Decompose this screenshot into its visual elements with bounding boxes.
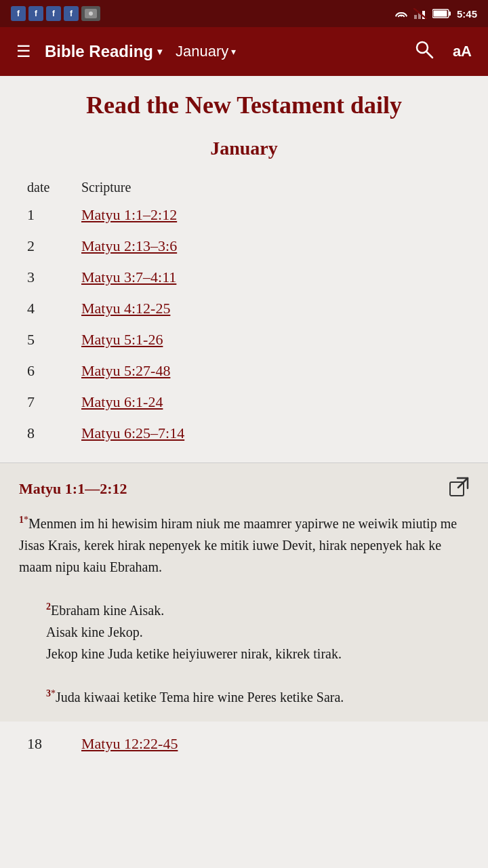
scripture-link[interactable]: Matyu 3:7–4:11 xyxy=(81,269,176,286)
svg-rect-8 xyxy=(433,11,447,17)
verse-2-line1: 2Ebraham kine Aisak. xyxy=(46,599,469,621)
title-dropdown-arrow: ▾ xyxy=(157,46,162,57)
scripture-link[interactable]: Matyu 6:1-24 xyxy=(81,393,163,411)
popup-header: Matyu 1:1—2:12 xyxy=(19,477,469,502)
scripture-link[interactable]: Matyu 5:1-26 xyxy=(81,331,163,349)
fb-icon-1: f xyxy=(11,6,26,21)
verse-3-line1: 3*Juda kiwaai ketike Tema hire wine Pere… xyxy=(46,686,469,708)
table-header: date Scripture xyxy=(27,176,461,199)
fb-icon-4: f xyxy=(64,6,79,21)
external-link-button[interactable] xyxy=(449,477,469,502)
fb-icon-2: f xyxy=(28,6,43,21)
hamburger-button[interactable]: ☰ xyxy=(11,37,37,66)
signal-icon xyxy=(413,8,427,19)
status-time: 5:45 xyxy=(457,8,477,20)
photo-icon xyxy=(81,6,100,21)
last-reading-row: 18 Matyu 12:22-45 xyxy=(0,722,488,766)
notification-icons: f f f f xyxy=(11,6,100,21)
fb-icon-3: f xyxy=(46,6,61,21)
column-date: date xyxy=(27,180,81,195)
day-number: 3 xyxy=(27,269,81,286)
reading-row: 4 Matyu 4:12-25 xyxy=(27,293,461,324)
column-scripture: Scripture xyxy=(81,180,131,195)
navbar: ☰ Bible Reading ▾ January ▾ aA xyxy=(0,27,488,76)
day-number: 4 xyxy=(27,300,81,317)
verse-2-line3: Jekop kine Juda ketike heiyiuwerer nirak… xyxy=(46,643,469,665)
verse-1-text: Menmen im hi hewisim hiram niuk me maamr… xyxy=(19,516,457,574)
external-link-icon xyxy=(449,477,469,497)
day-number: 2 xyxy=(27,237,81,255)
reading-row: 7 Matyu 6:1-24 xyxy=(27,387,461,418)
reading-row: 8 Matyu 6:25–7:14 xyxy=(27,418,461,449)
search-button[interactable] xyxy=(409,35,439,68)
popup-verse-text: 1*Menmen im hi hewisim hiram niuk me maa… xyxy=(19,513,469,708)
scripture-link[interactable]: Matyu 4:12-25 xyxy=(81,300,170,317)
status-bar: f f f f 5:45 xyxy=(0,0,488,27)
reading-row: 18 Matyu 12:22-45 xyxy=(27,728,461,760)
svg-rect-7 xyxy=(449,12,451,16)
reading-row: 2 Matyu 2:13–3:6 xyxy=(27,231,461,262)
scripture-link[interactable]: Matyu 12:22-45 xyxy=(81,735,178,753)
wifi-icon xyxy=(394,8,408,19)
day-number: 1 xyxy=(27,206,81,224)
scripture-link[interactable]: Matyu 6:25–7:14 xyxy=(81,425,184,442)
day-number: 5 xyxy=(27,331,81,349)
bible-reading-dropdown[interactable]: Bible Reading ▾ xyxy=(45,42,162,61)
reading-row: 5 Matyu 5:1-26 xyxy=(27,324,461,355)
svg-line-10 xyxy=(426,52,432,58)
font-size-button[interactable]: aA xyxy=(447,37,477,66)
navbar-title: Bible Reading xyxy=(45,42,153,61)
verse-2-line2: Aisak kine Jekop. xyxy=(46,621,469,643)
popup-title: Matyu 1:1—2:12 xyxy=(19,480,127,498)
month-heading: January xyxy=(27,138,461,159)
scripture-link[interactable]: Matyu 1:1–2:12 xyxy=(81,206,177,224)
day-number: 8 xyxy=(27,425,81,442)
status-system-icons: 5:45 xyxy=(394,8,477,20)
verse-1-num: 1* xyxy=(19,516,28,531)
reading-row: 6 Matyu 5:27-48 xyxy=(27,355,461,387)
scripture-link[interactable]: Matyu 5:27-48 xyxy=(81,362,170,380)
svg-rect-2 xyxy=(414,15,417,19)
navbar-month: January xyxy=(176,43,228,60)
verse-popup: Matyu 1:1—2:12 1*Menmen im hi hewisim hi… xyxy=(0,462,488,722)
battery-icon xyxy=(432,9,451,18)
search-icon xyxy=(415,40,434,59)
scripture-link[interactable]: Matyu 2:13–3:6 xyxy=(81,237,177,255)
main-content: Read the New Testament daily January dat… xyxy=(0,76,488,462)
reading-row: 3 Matyu 3:7–4:11 xyxy=(27,262,461,293)
month-dropdown[interactable]: January ▾ xyxy=(176,43,236,60)
day-number: 18 xyxy=(27,735,81,753)
page-title: Read the New Testament daily xyxy=(27,90,461,121)
month-dropdown-arrow: ▾ xyxy=(231,46,236,57)
day-number: 7 xyxy=(27,393,81,411)
reading-row: 1 Matyu 1:1–2:12 xyxy=(27,199,461,231)
svg-point-1 xyxy=(89,12,93,16)
day-number: 6 xyxy=(27,362,81,380)
